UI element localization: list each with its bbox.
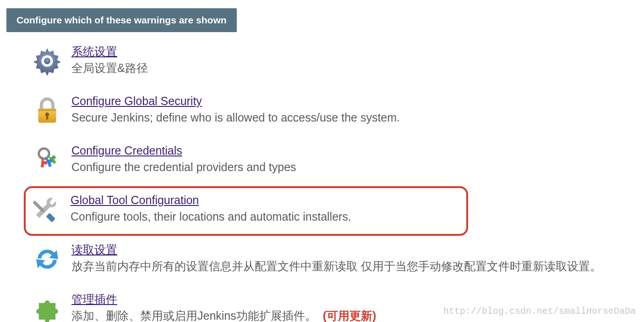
svg-rect-8 [46,213,55,222]
menu-item-configure-credentials[interactable]: Configure Credentials Configure the cred… [27,137,638,186]
menu-item-desc: 添加、删除、禁用或启用Jenkins功能扩展插件。 (可用更新) [71,307,635,322]
menu-item-desc: 全局设置&路径 [71,60,635,76]
menu-item-title[interactable]: Global Tool Configuration [71,194,199,206]
menu-item-desc: Configure tools, their locations and aut… [71,208,464,225]
menu-item-title[interactable]: Configure Credentials [71,144,182,157]
gear-icon [29,43,65,79]
menu-item-title[interactable]: 管理插件 [71,293,117,305]
keys-icon [29,142,65,178]
lock-icon [29,93,65,128]
wrench-screwdriver-icon [28,192,64,228]
svg-rect-5 [46,114,48,119]
warnings-banner[interactable]: Configure which of these warnings are sh… [6,8,237,32]
update-available-badge: (可用更新) [323,309,377,322]
menu-item-desc: 放弃当前内存中所有的设置信息并从配置文件中重新读取 仅用于当您手动修改配置文件时… [71,258,635,274]
menu-item-title[interactable]: 系统设置 [71,45,117,58]
menu-item-system-config[interactable]: 系统设置 全局设置&路径 [27,38,638,87]
menu-item-desc: Configure the credential providers and t… [71,159,635,175]
menu-item-reload-config[interactable]: 读取设置 放弃当前内存中所有的设置信息并从配置文件中重新读取 仅用于当您手动修改… [27,236,638,285]
reload-arrows-icon [29,241,65,277]
svg-rect-3 [38,109,56,111]
menu-item-desc-text: 添加、删除、禁用或启用Jenkins功能扩展插件。 [71,309,317,322]
menu-item-global-security[interactable]: Configure Global Security Secure Jenkins… [27,87,638,137]
puzzle-piece-icon [29,291,65,322]
svg-rect-7 [33,200,45,213]
menu-item-global-tool-configuration[interactable]: Global Tool Configuration Configure tool… [24,186,468,236]
menu-item-desc: Secure Jenkins; define who is allowed to… [71,109,635,126]
menu-item-title[interactable]: Configure Global Security [71,94,202,107]
menu-item-manage-plugins[interactable]: 管理插件 添加、删除、禁用或启用Jenkins功能扩展插件。 (可用更新) [27,285,638,322]
svg-point-1 [44,58,50,64]
menu-item-title[interactable]: 读取设置 [71,243,117,256]
svg-point-6 [39,149,49,159]
menu-list: 系统设置 全局设置&路径 Configure Global Security S… [6,38,638,322]
